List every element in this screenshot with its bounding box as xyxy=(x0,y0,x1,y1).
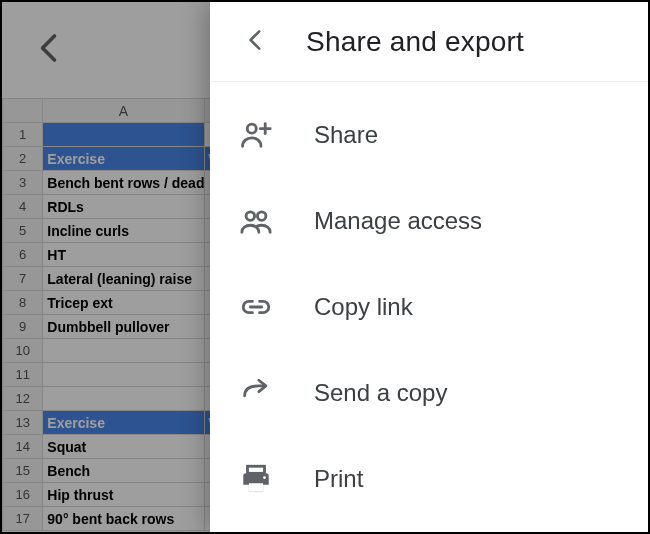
menu-item-label: Copy link xyxy=(314,293,413,321)
link-icon xyxy=(236,287,276,327)
person-plus-menu-item[interactable]: Share xyxy=(210,92,648,178)
print-icon xyxy=(236,459,276,499)
person-plus-icon xyxy=(236,115,276,155)
panel-title: Share and export xyxy=(306,26,524,58)
menu-item-label: Share xyxy=(314,121,378,149)
menu-item-label: Print xyxy=(314,465,363,493)
print-menu-item[interactable]: Print xyxy=(210,436,648,522)
send-copy-icon xyxy=(236,373,276,413)
link-menu-item[interactable]: Copy link xyxy=(210,264,648,350)
chevron-left-icon xyxy=(243,27,269,57)
panel-header: Share and export xyxy=(210,2,648,82)
panel-menu: ShareManage accessCopy linkSend a copyPr… xyxy=(210,82,648,532)
share-export-panel: Share and export ShareManage accessCopy … xyxy=(210,2,648,532)
people-menu-item[interactable]: Manage access xyxy=(210,178,648,264)
people-icon xyxy=(236,201,276,241)
panel-back-button[interactable] xyxy=(234,20,278,64)
send-copy-menu-item[interactable]: Send a copy xyxy=(210,350,648,436)
menu-item-label: Manage access xyxy=(314,207,482,235)
menu-item-label: Send a copy xyxy=(314,379,447,407)
